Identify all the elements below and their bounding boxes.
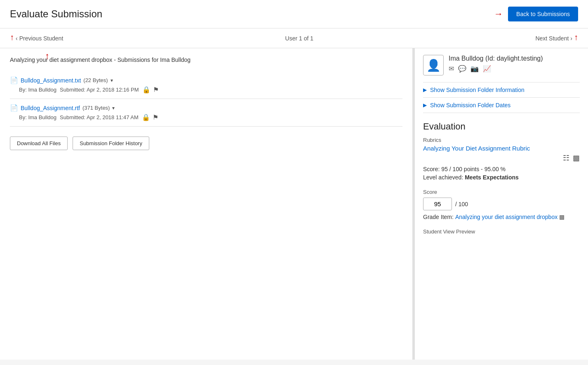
score-section-label: Score — [423, 189, 580, 195]
user-profile-icon[interactable]: 📷 — [470, 65, 479, 73]
flag-icon-2[interactable]: ⚑ — [153, 113, 158, 121]
user-action-icons: ✉ 💬 📷 📈 — [449, 65, 543, 73]
back-btn-area: → Back to Submissions — [494, 7, 578, 21]
evaluation-section: Evaluation Rubrics Analyzing Your Diet A… — [423, 121, 580, 235]
action-buttons: Download All Files Submission Folder His… — [10, 137, 402, 150]
email-icon-2[interactable]: 🔒 — [142, 113, 150, 121]
level-line: Level achieved: Meets Expectations — [423, 174, 580, 181]
main-layout: ↑ Analyzing your diet assignment dropbox… — [0, 48, 588, 360]
file-meta-2: By: Ima Bulldog Submitted: Apr 2, 2018 1… — [19, 113, 402, 121]
user-avatar: 👤 — [423, 55, 444, 75]
email-icon-1[interactable]: 🔒 — [142, 86, 151, 94]
file-meta-1: By: Ima Bulldog Submitted: Apr 2, 2018 1… — [19, 86, 402, 94]
rubric-grid-icon[interactable]: ☷ — [563, 153, 569, 162]
show-folder-info-label: Show Submission Folder Information — [430, 87, 524, 93]
rubric-icons-row: ☷ ▩ — [423, 153, 580, 162]
file-submitted-2: Submitted: Apr 2, 2018 11:47 AM — [60, 114, 139, 120]
expand-icon-info: ▶ — [423, 87, 427, 93]
score-input[interactable] — [423, 198, 452, 210]
arrow-indicator-next: ↑ — [574, 33, 578, 42]
page-title: Evaluate Submission — [10, 8, 102, 20]
page-header: Evaluate Submission → Back to Submission… — [0, 0, 588, 28]
user-email-icon[interactable]: ✉ — [449, 65, 454, 73]
level-label: Level achieved: — [423, 174, 463, 181]
score-display: Score: 95 / 100 points - 95.00 % — [423, 166, 580, 172]
file-submitted-1: Submitted: Apr 2, 2018 12:16 PM — [60, 87, 139, 93]
expand-icon-dates: ▶ — [423, 102, 427, 108]
file-size-1: (22 Bytes) — [83, 77, 108, 83]
arrow-indicator-prev: ↑ — [10, 33, 14, 42]
show-folder-info-row[interactable]: ▶ Show Submission Folder Information — [423, 82, 580, 97]
left-panel: ↑ Analyzing your diet assignment dropbox… — [0, 48, 415, 360]
grade-item-row: Grade Item: Analyzing your diet assignme… — [423, 214, 580, 220]
file-entry-2: 📄 Bulldog_Assignment.rtf (371 Bytes) ▾ B… — [10, 99, 402, 127]
rubrics-label: Rubrics — [423, 137, 580, 143]
file-link-2[interactable]: Bulldog_Assignment.rtf — [21, 105, 80, 111]
file-entry-1: 📄 Bulldog_Assignment.txt (22 Bytes) ▾ By… — [10, 71, 402, 99]
arrow-indicator-back: → — [494, 9, 503, 19]
score-max: / 100 — [455, 201, 468, 207]
flag-icon-1[interactable]: ⚑ — [153, 86, 159, 94]
user-info-row: 👤 Ima Bulldog (Id: daylight.testing) ✉ 💬… — [423, 55, 580, 75]
user-details: Ima Bulldog (Id: daylight.testing) ✉ 💬 📷… — [449, 55, 543, 73]
level-value: Meets Expectations — [465, 174, 519, 181]
next-student-button[interactable]: Next Student › — [535, 35, 572, 42]
user-chat-icon[interactable]: 💬 — [458, 65, 466, 73]
prev-chevron-icon: ‹ — [16, 35, 18, 42]
show-folder-dates-row[interactable]: ▶ Show Submission Folder Dates — [423, 97, 580, 113]
file-action-icons-2: 🔒 ⚑ — [142, 113, 158, 121]
next-student-label: Next Student — [535, 35, 569, 42]
grade-item-link[interactable]: Analyzing your diet assignment dropbox — [455, 214, 557, 220]
grade-item-label: Grade Item: — [423, 214, 454, 220]
evaluation-title: Evaluation — [423, 121, 580, 132]
submission-title: Analyzing your diet assignment dropbox -… — [10, 57, 402, 63]
file-doc-icon-2: 📄 — [10, 104, 18, 112]
download-all-button[interactable]: Download All Files — [10, 137, 68, 150]
score-input-row: / 100 — [423, 198, 580, 210]
next-chevron-icon: › — [570, 35, 572, 42]
user-chart-icon[interactable]: 📈 — [483, 65, 491, 73]
rubric-bar-icon[interactable]: ▩ — [573, 153, 580, 162]
file-size-2: (371 Bytes) — [82, 105, 110, 111]
prev-student-label: Previous Student — [19, 35, 64, 42]
file-by-1: By: Ima Bulldog — [19, 87, 56, 93]
file-by-2: By: Ima Bulldog — [19, 114, 56, 120]
show-folder-dates-label: Show Submission Folder Dates — [430, 102, 510, 108]
right-panel: 👤 Ima Bulldog (Id: daylight.testing) ✉ 💬… — [415, 48, 588, 360]
student-view-label: Student View Preview — [423, 228, 580, 235]
back-to-submissions-button[interactable]: Back to Submissions — [508, 7, 578, 21]
file-action-icons-1: 🔒 ⚑ — [142, 86, 159, 94]
student-nav-bar: ↑ ‹ Previous Student User 1 of 1 Next St… — [0, 28, 588, 48]
file-doc-icon-1: 📄 — [10, 76, 18, 84]
user-position: User 1 of 1 — [285, 35, 313, 42]
folder-history-button[interactable]: Submission Folder History — [73, 137, 149, 150]
grade-item-bar-icon[interactable]: ▩ — [559, 214, 564, 220]
score-section: Score / 100 Grade Item: Analyzing your d… — [423, 189, 580, 220]
prev-student-button[interactable]: ‹ Previous Student — [16, 35, 63, 42]
user-name: Ima Bulldog (Id: daylight.testing) — [449, 55, 543, 62]
file-link-1[interactable]: Bulldog_Assignment.txt — [21, 77, 81, 84]
arrow-indicator-left: ↑ — [45, 51, 49, 61]
file-dropdown-2[interactable]: ▾ — [112, 105, 115, 111]
rubric-name-link[interactable]: Analyzing Your Diet Assignment Rubric — [423, 145, 530, 152]
file-dropdown-1[interactable]: ▾ — [111, 78, 113, 83]
